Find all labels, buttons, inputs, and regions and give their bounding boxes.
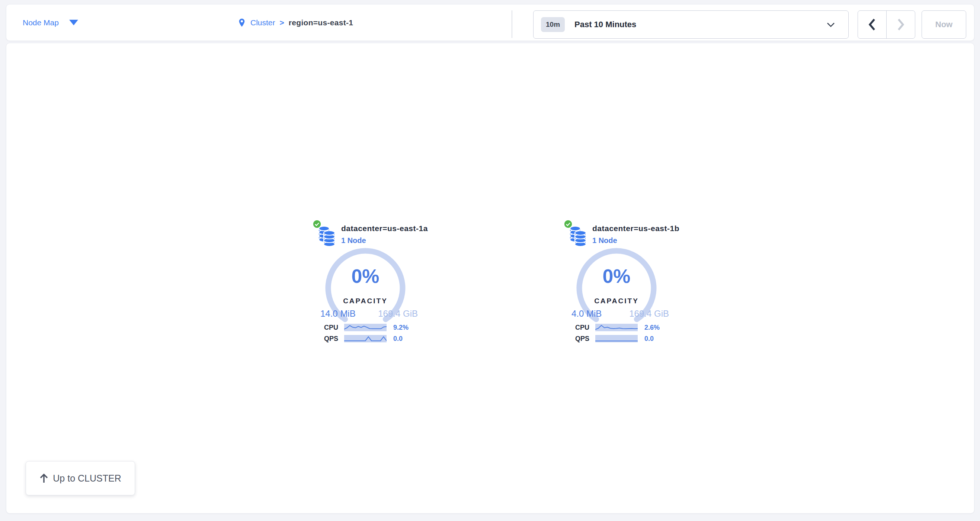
- chevron-right-icon: [897, 18, 905, 31]
- time-step-forward-button[interactable]: [887, 11, 915, 38]
- chevron-left-icon: [868, 18, 876, 31]
- qps-metric-row: QPS 0.0: [312, 334, 424, 343]
- view-switcher-dropdown[interactable]: Node Map: [23, 5, 78, 41]
- qps-label: QPS: [312, 335, 338, 343]
- datacenter-title: datacenter=us-east-1b: [592, 224, 679, 233]
- qps-sparkline: [344, 335, 387, 343]
- capacity-total: 169.4 GiB: [378, 309, 418, 319]
- capacity-label: CAPACITY: [323, 297, 408, 305]
- header-divider: [512, 10, 512, 38]
- time-range-dropdown[interactable]: 10m Past 10 Minutes: [533, 10, 849, 39]
- up-to-cluster-label: Up to CLUSTER: [53, 473, 121, 484]
- datacenter-node-count[interactable]: 1 Node: [341, 236, 366, 245]
- breadcrumb-separator: >: [280, 18, 284, 27]
- cpu-sparkline: [595, 324, 638, 331]
- node-map-canvas: datacenter=us-east-1a 1 Node 0% CAPACITY…: [6, 43, 974, 513]
- view-switcher-label: Node Map: [23, 18, 59, 27]
- qps-value: 0.0: [644, 335, 654, 343]
- datacenter-card-us-east-1b[interactable]: datacenter=us-east-1b 1 Node 0% CAPACITY…: [563, 218, 679, 354]
- capacity-total: 169.4 GiB: [629, 309, 669, 319]
- breadcrumb: Cluster > region=us-east-1: [238, 5, 353, 41]
- location-pin-icon: [238, 17, 246, 28]
- cpu-value: 2.6%: [644, 324, 660, 331]
- time-range-badge: 10m: [541, 17, 565, 32]
- database-stack-icon: [318, 225, 336, 246]
- header-bar: Node Map Cluster > region=us-east-1 10m …: [6, 4, 974, 41]
- cpu-sparkline: [344, 324, 387, 331]
- cpu-metric-row: CPU 9.2%: [312, 323, 424, 332]
- breadcrumb-link-cluster[interactable]: Cluster: [250, 18, 275, 27]
- capacity-values: 4.0 MiB 169.4 GiB: [571, 309, 669, 319]
- database-stack-icon: [569, 225, 587, 246]
- datacenter-node-count[interactable]: 1 Node: [592, 236, 617, 245]
- arrow-up-icon: [40, 473, 48, 483]
- time-step-back-button[interactable]: [858, 11, 887, 38]
- up-to-cluster-button[interactable]: Up to CLUSTER: [25, 461, 135, 496]
- cpu-metric-row: CPU 2.6%: [563, 323, 675, 332]
- qps-label: QPS: [563, 335, 589, 343]
- datacenter-title: datacenter=us-east-1a: [341, 224, 428, 233]
- qps-sparkline: [595, 335, 638, 343]
- qps-metric-row: QPS 0.0: [563, 334, 675, 343]
- chevron-down-icon: [827, 22, 835, 27]
- datacenter-card-us-east-1a[interactable]: datacenter=us-east-1a 1 Node 0% CAPACITY…: [312, 218, 428, 354]
- capacity-label: CAPACITY: [574, 297, 659, 305]
- node-map-screen: Node Map Cluster > region=us-east-1 10m …: [0, 0, 980, 521]
- breadcrumb-current: region=us-east-1: [289, 18, 353, 27]
- time-range-label: Past 10 Minutes: [574, 20, 636, 29]
- capacity-percent: 0%: [574, 265, 659, 287]
- capacity-used: 4.0 MiB: [571, 309, 601, 319]
- capacity-values: 14.0 MiB 169.4 GiB: [320, 309, 418, 319]
- caret-down-icon: [69, 20, 78, 25]
- capacity-used: 14.0 MiB: [320, 309, 356, 319]
- qps-value: 0.0: [393, 335, 402, 343]
- time-step-buttons: [858, 10, 915, 39]
- now-button[interactable]: Now: [921, 10, 966, 39]
- cpu-label: CPU: [563, 324, 589, 331]
- capacity-percent: 0%: [323, 265, 408, 287]
- cpu-value: 9.2%: [393, 324, 409, 331]
- cpu-label: CPU: [312, 324, 338, 331]
